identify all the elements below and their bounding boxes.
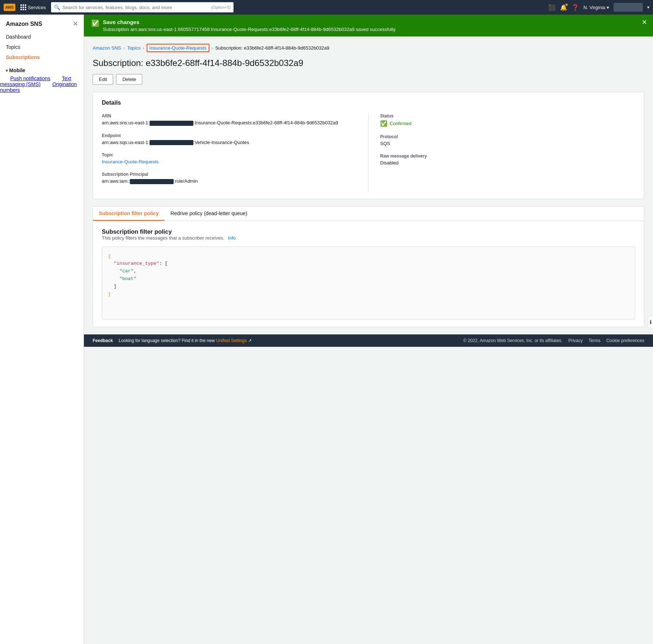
search-bar[interactable]: 🔍 [Option+S] [51,2,233,12]
sidebar-title: Amazon SNS ✕ [0,20,84,32]
privacy-link[interactable]: Privacy [568,338,583,343]
region-selector[interactable]: N. Virginia ▾ [583,5,609,10]
delete-button[interactable]: Delete [116,74,142,85]
footer-unified-text: Looking for language selection? Find it … [119,338,457,343]
protocol-label: Protocol [380,134,635,139]
endpoint-redacted [150,140,193,145]
filter-policy-title: Subscription filter policy [102,228,635,235]
breadcrumb-separator-1: › [123,45,125,51]
bell-icon[interactable]: 🔔 [560,4,567,11]
footer-links: Privacy Terms Cookie preferences [568,338,644,343]
sidebar-nav: Dashboard Topics Subscriptions [0,32,84,62]
footer: Feedback Looking for language selection?… [84,334,653,347]
raw-message-item: Raw message delivery Disabled [380,154,635,166]
raw-message-label: Raw message delivery [380,154,635,159]
sidebar-item-topics[interactable]: Topics [0,42,84,52]
status-text: Confirmed [390,121,411,126]
banner-close-button[interactable]: ✕ [642,18,647,26]
details-heading: Details [102,100,635,106]
sidebar-item-dashboard[interactable]: Dashboard [0,32,84,42]
subscription-principal-item: Subscription Principal arn:aws:iam:::rol… [102,172,356,184]
sidebar-item-subscriptions[interactable]: Subscriptions [0,52,84,62]
json-close-bracket: ] [114,284,117,289]
status-icon: ✅ [380,120,387,127]
topic-label: Topic [102,152,356,158]
search-icon: 🔍 [54,4,60,10]
sidebar: Amazon SNS ✕ Dashboard Topics Subscripti… [0,15,84,644]
main-content: ✅ Save changes Subscription arn:aws:sns:… [84,15,653,644]
page-title: Subscription: e33b6fe2-68ff-4f14-884b-9d… [93,58,644,68]
aws-logo: AWS [4,4,15,11]
mobile-section-header[interactable]: ▾ Mobile [0,65,84,75]
external-link-icon: ↗ [248,338,252,343]
subscription-principal-label: Subscription Principal [102,172,356,177]
breadcrumb-insurance-quote-requests[interactable]: Insurance-Quote-Requests [147,44,209,52]
arn-redacted [150,121,193,126]
search-input[interactable] [62,5,209,10]
terminal-icon[interactable]: ⬛ [548,4,556,11]
topic-link[interactable]: Insurance-Quote-Requests [102,159,159,164]
banner-description: Subscription arn:aws:sns:us-east-1:66055… [103,27,646,32]
json-key-insurance-type: "insurance_type" [114,261,159,266]
banner-title: Save changes [103,19,646,25]
endpoint-value: arn:aws:sqs:us-east-1::Vehicle-Insurance… [102,140,356,146]
breadcrumb-topics[interactable]: Topics [127,45,140,51]
grid-icon [20,4,26,10]
status-label: Status [380,113,635,119]
endpoint-item: Endpoint arn:aws:sqs:us-east-1::Vehicle-… [102,133,356,146]
success-banner: ✅ Save changes Subscription arn:aws:sns:… [84,15,653,36]
account-button[interactable] [614,3,643,12]
breadcrumb-separator-3: › [212,45,213,51]
filter-policy-desc-text: This policy filters the messages that a … [102,235,224,241]
banner-text: Save changes Subscription arn:aws:sns:us… [103,19,646,32]
check-icon: ✅ [91,19,99,27]
edit-button[interactable]: Edit [93,74,113,85]
subscription-principal-value: arn:aws:iam:::role/Admin [102,178,356,184]
tab-redrive-policy[interactable]: Redrive policy (dead-letter queue) [165,207,253,221]
status-item: Status ✅ Confirmed [380,113,635,127]
expand-icon[interactable]: ▾ [647,5,649,10]
endpoint-label: Endpoint [102,133,356,138]
breadcrumb-amazon-sns[interactable]: Amazon SNS [93,45,121,51]
principal-redacted [130,179,174,184]
sidebar-item-push-notifications[interactable]: Push notifications [0,75,50,81]
json-value-boat: "boat" [119,276,136,282]
protocol-item: Protocol SQS [380,134,635,146]
details-left-col: ARN arn:aws:sns:us-east-1::Insurance-Quo… [102,113,368,191]
filter-policy-content: Subscription filter policy This policy f… [93,221,644,327]
notification-dot [565,3,568,6]
info-link[interactable]: Info [228,235,236,241]
sidebar-close-button[interactable]: ✕ [73,20,78,27]
help-icon[interactable]: ❓ [572,4,579,11]
json-value-car: "car" [119,268,134,274]
details-grid: ARN arn:aws:sns:us-east-1::Insurance-Quo… [102,113,635,191]
unified-settings-link[interactable]: Unified Settings [216,338,247,343]
info-icon: ℹ [650,319,652,325]
topic-value: Insurance-Quote-Requests [102,159,356,164]
tab-subscription-filter-policy[interactable]: Subscription filter policy [93,207,165,221]
feedback-button[interactable]: Feedback [93,338,113,343]
side-info-button[interactable]: ℹ [648,316,653,328]
mobile-section: ▾ Mobile Push notifications Text messagi… [0,65,84,93]
topic-item: Topic Insurance-Quote-Requests [102,152,356,164]
json-close-brace: } [108,291,111,297]
sidebar-app-name: Amazon SNS [6,21,42,27]
content-area: Amazon SNS › Topics › Insurance-Quote-Re… [84,36,653,334]
action-buttons: Edit Delete [93,74,644,85]
details-card: Details ARN arn:aws:sns:us-east-1::Insur… [93,92,644,199]
services-button[interactable]: Services [18,3,48,12]
json-open-bracket: [ [165,261,168,266]
json-editor[interactable]: { "insurance_type": [ "car", "boat" ] } [102,247,635,319]
protocol-value: SQS [380,141,635,146]
region-label: N. Virginia [583,5,605,10]
footer-copyright: © 2022, Amazon Web Services, Inc. or its… [463,338,563,343]
cookie-preferences-link[interactable]: Cookie preferences [606,338,644,343]
arn-value: arn:aws:sns:us-east-1::Insurance-Quote-R… [102,120,356,126]
raw-message-value: Disabled [380,160,635,166]
chevron-down-icon: ▾ [607,5,609,10]
status-value: ✅ Confirmed [380,120,635,127]
mobile-section-items: Push notifications Text messaging (SMS) … [0,75,84,93]
terms-link[interactable]: Terms [588,338,600,343]
breadcrumb: Amazon SNS › Topics › Insurance-Quote-Re… [93,44,644,52]
chevron-down-icon: ▾ [6,69,8,73]
